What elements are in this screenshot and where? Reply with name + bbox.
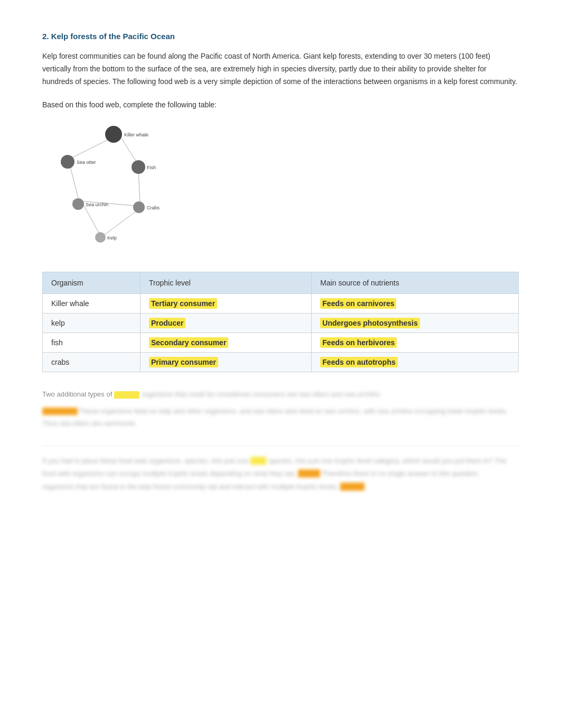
trophic-level-highlight: Tertiary consumer — [149, 298, 217, 309]
organism-cell: crabs — [43, 353, 141, 372]
trophic-level-highlight: Producer — [149, 318, 185, 328]
svg-text:Sea urchin: Sea urchin — [86, 202, 108, 207]
trophic-level-highlight: Primary consumer — [149, 357, 218, 367]
svg-point-13 — [72, 198, 84, 210]
svg-line-2 — [70, 165, 78, 198]
blurred-text-3: Thus sea otters are carnivores. — [42, 419, 137, 427]
trophic-cell: Producer — [140, 314, 311, 333]
trophic-level-highlight: Secondary consumer — [149, 337, 228, 348]
table-header-row: Organism Trophic level Main source of nu… — [43, 272, 519, 294]
blurred-text-1: organisms that could be considered consu… — [142, 390, 382, 398]
svg-point-15 — [133, 201, 145, 213]
additional-section: Two additional types of organisms that c… — [42, 388, 519, 429]
nutrients-cell: Feeds on autotrophs — [312, 353, 519, 372]
organism-cell: fish — [43, 333, 141, 353]
svg-point-17 — [95, 232, 106, 243]
highlight-2[interactable] — [42, 408, 78, 415]
svg-line-5 — [105, 208, 140, 235]
svg-line-0 — [71, 137, 114, 158]
nutrients-highlight: Feeds on carnivores — [320, 298, 396, 309]
organism-cell: Killer whale — [43, 294, 141, 314]
table-row: kelp Producer Undergoes photosynthesis — [43, 314, 519, 333]
trophic-cell: Primary consumer — [140, 353, 311, 372]
svg-point-11 — [132, 160, 145, 174]
nutrients-highlight: Undergoes photosynthesis — [320, 318, 419, 328]
nutrients-highlight: Feeds on autotrophs — [320, 357, 397, 367]
svg-text:Sea otter: Sea otter — [77, 160, 96, 165]
additional-prefix: Two additional types of — [42, 390, 112, 398]
highlight-5[interactable] — [340, 483, 364, 491]
table-row: fish Secondary consumer Feeds on herbivo… — [43, 333, 519, 353]
highlight-3[interactable] — [250, 457, 266, 465]
trophic-cell: Tertiary consumer — [140, 294, 311, 314]
svg-text:Killer whale: Killer whale — [124, 132, 148, 137]
svg-text:Kelp: Kelp — [107, 235, 117, 241]
food-web-diagram: Killer whale Sea otter Fish Sea urchin C… — [42, 124, 180, 251]
svg-text:Crabs: Crabs — [147, 205, 160, 210]
svg-point-9 — [61, 155, 74, 169]
trophic-cell: Secondary consumer — [140, 333, 311, 353]
svg-text:Fish: Fish — [147, 165, 156, 170]
col-trophic: Trophic level — [140, 272, 311, 294]
nutrients-highlight: Feeds on herbivores — [320, 337, 397, 348]
section-title: 2. Kelp forests of the Pacific Ocean — [42, 32, 519, 41]
body-paragraph: Kelp forest communities can be found alo… — [42, 50, 519, 88]
instruction-text: Based on this food web, complete the fol… — [42, 100, 519, 109]
nutrients-cell: Feeds on herbivores — [312, 333, 519, 353]
svg-line-3 — [138, 171, 140, 202]
bottom-text-3: Therefore there is no single answer to t… — [322, 469, 479, 477]
bottom-paragraph: If you had to place these food web organ… — [42, 446, 519, 502]
data-table: Organism Trophic level Main source of nu… — [42, 272, 519, 372]
bottom-text-4: organisms that are found in the kelp for… — [42, 483, 340, 491]
col-organism: Organism — [43, 272, 141, 294]
highlight-4[interactable] — [298, 469, 320, 477]
table-row: Killer whale Tertiary consumer Feeds on … — [43, 294, 519, 314]
blurred-text-2: These organisms feed on kelp and other o… — [79, 407, 508, 415]
highlight-1[interactable] — [114, 391, 139, 399]
organism-cell: kelp — [43, 314, 141, 333]
bottom-text-1: If you had to place these food web organ… — [42, 457, 250, 465]
nutrients-cell: Feeds on carnivores — [312, 294, 519, 314]
svg-point-7 — [105, 126, 122, 143]
col-nutrients: Main source of nutrients — [312, 272, 519, 294]
table-row: crabs Primary consumer Feeds on autotrop… — [43, 353, 519, 372]
nutrients-cell: Undergoes photosynthesis — [312, 314, 519, 333]
food-web-svg: Killer whale Sea otter Fish Sea urchin C… — [42, 124, 180, 251]
